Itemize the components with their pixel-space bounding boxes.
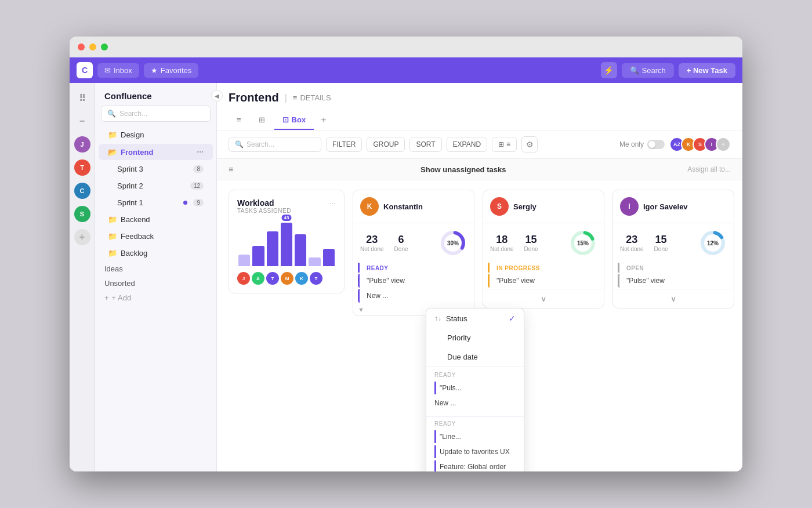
task-pulse-view[interactable]: "Puls... xyxy=(434,382,516,394)
igor-task-1[interactable]: "Pulse" view xyxy=(618,274,729,288)
wl-avatar-2[interactable]: A xyxy=(252,272,264,285)
konstantin-name: Konstantin xyxy=(383,202,423,211)
tab-board[interactable]: ⊞ xyxy=(251,111,273,130)
sidebar-search[interactable]: 🔍 Search... xyxy=(101,106,211,122)
igor-status: OPEN xyxy=(618,263,734,273)
minimize-button[interactable] xyxy=(89,43,96,50)
sidebar: Confluence 🔍 Search... 📁 Design 📂 Fronte… xyxy=(95,83,217,471)
sort-by-due-date[interactable]: Due date xyxy=(426,347,524,367)
sidebar-item-design[interactable]: 📁 Design xyxy=(99,127,213,143)
sidebar-item-sprint2[interactable]: Sprint 2 12 xyxy=(99,178,213,194)
sidebar-label-design: Design xyxy=(121,130,144,139)
sprint1-dot xyxy=(183,201,187,205)
bar-col-7 xyxy=(323,249,335,266)
wl-avatar-3[interactable]: T xyxy=(266,272,279,285)
search-button[interactable]: 🔍 Search xyxy=(622,63,674,78)
new-task-button[interactable]: + New Task xyxy=(679,63,735,78)
sidebar-item-frontend[interactable]: 📂 Frontend ··· xyxy=(99,144,213,160)
details-button[interactable]: ≡ DETAILS xyxy=(293,93,331,102)
sergiy-not-done: 18 Not done xyxy=(490,234,514,252)
user-j-avatar[interactable]: J xyxy=(74,136,90,153)
lightning-button[interactable]: ⚡ xyxy=(601,62,617,78)
sidebar-item-ideas[interactable]: Ideas xyxy=(95,262,216,276)
sergiy-expand-button[interactable]: ∨ xyxy=(541,294,546,303)
igor-stats: 23 Not done 15 Done 12% xyxy=(613,223,734,263)
person-card-konstantin: K Konstantin 23 Not done 6 Done xyxy=(353,190,474,316)
me-only-switch[interactable] xyxy=(647,140,665,149)
favorites-button[interactable]: ★ Favorites xyxy=(144,63,198,78)
sort-by-priority[interactable]: Priority xyxy=(426,328,524,347)
group-button[interactable]: GROUP xyxy=(367,137,405,152)
task-line[interactable]: "Line... xyxy=(434,430,516,443)
grid-icon[interactable]: ⠿ xyxy=(74,90,90,106)
hamburger-icon: ≡ xyxy=(229,165,233,174)
sidebar-item-feedback[interactable]: 📁 Feedback xyxy=(99,228,213,244)
search-input[interactable]: 🔍 Search... xyxy=(229,137,321,152)
user-t-avatar[interactable]: T xyxy=(74,159,90,176)
tab-box[interactable]: ⊡ Box xyxy=(274,111,314,130)
konstantin-task-1[interactable]: "Pulse" view xyxy=(358,274,469,288)
wl-avatar-1[interactable]: J xyxy=(237,272,250,285)
wl-avatar-4[interactable]: M xyxy=(281,272,293,285)
maximize-button[interactable] xyxy=(101,43,108,50)
sidebar-item-backlog[interactable]: 📁 Backlog xyxy=(99,245,213,261)
wl-avatar-6[interactable]: T xyxy=(310,272,322,285)
view-toggle-button[interactable]: ⊞ ≡ xyxy=(492,137,517,152)
igor-donut: 12% xyxy=(699,229,727,257)
igor-percent: 12% xyxy=(707,240,719,246)
toolbar: 🔍 Search... FILTER GROUP SORT EXPAND ⊞ ≡… xyxy=(217,130,742,159)
settings-button[interactable]: ⚙ xyxy=(521,136,538,153)
tab-list[interactable]: ≡ xyxy=(229,111,249,130)
filter-button[interactable]: FILTER xyxy=(326,137,362,152)
sidebar-item-sprint1[interactable]: Sprint 1 9 xyxy=(99,195,213,211)
sidebar-collapse-button[interactable]: ◀ xyxy=(211,90,223,101)
sort-button[interactable]: SORT xyxy=(409,137,441,152)
close-button[interactable] xyxy=(78,43,85,50)
sergiy-task-1[interactable]: "Pulse" view xyxy=(488,274,599,288)
collapse-icon[interactable]: − xyxy=(74,113,90,129)
board: Workload TASKS ASSIGNED ··· xyxy=(217,180,742,471)
add-list-button[interactable]: + + Add xyxy=(95,291,216,305)
sidebar-label-sprint1: Sprint 1 xyxy=(117,198,143,207)
avatar-more[interactable]: + xyxy=(716,137,731,152)
konstantin-status: READY xyxy=(358,263,474,273)
add-view-button[interactable]: + xyxy=(315,110,332,130)
task-new[interactable]: New ... xyxy=(434,397,516,409)
sort-arrows-icon: ↑↓ xyxy=(434,314,441,322)
konstantin-task-2[interactable]: New ... xyxy=(358,289,469,303)
app-logo[interactable]: C xyxy=(77,62,93,78)
sergiy-percent: 15% xyxy=(577,240,589,246)
bar-1 xyxy=(238,255,250,266)
igor-expand-button[interactable]: ∨ xyxy=(670,294,676,303)
folder-icon-backlog: 📁 xyxy=(108,249,117,257)
more-options-icon[interactable]: ··· xyxy=(197,147,204,157)
sorted-tasks-section: READY "Puls... New ... xyxy=(426,367,524,416)
sidebar-item-unsorted[interactable]: Unsorted xyxy=(95,276,216,291)
sprint3-badge: 8 xyxy=(193,165,204,173)
bar-col-2 xyxy=(252,246,264,266)
task-update-favorites[interactable]: Update to favorites UX xyxy=(434,445,516,458)
bar-col-4: 43 xyxy=(281,223,292,266)
task-feature-global[interactable]: Feature: Global order xyxy=(434,460,516,471)
expand-button[interactable]: EXPAND xyxy=(447,137,487,152)
sprint2-badge: 12 xyxy=(190,182,204,190)
bar-7 xyxy=(323,249,335,266)
sort-by-status[interactable]: ↑↓ Status ✓ xyxy=(426,309,524,328)
bar-col-3 xyxy=(267,231,278,266)
inbox-button[interactable]: ✉ Inbox xyxy=(97,63,139,78)
bar-col-5 xyxy=(295,234,306,266)
checkmark-icon: ✓ xyxy=(509,314,516,323)
bar-3 xyxy=(267,231,278,266)
konstantin-stats: 23 Not done 6 Done 30% xyxy=(353,223,474,263)
sidebar-item-backend[interactable]: 📁 Backend xyxy=(99,212,213,227)
workload-more-icon[interactable]: ··· xyxy=(329,198,336,208)
add-workspace-button[interactable]: + xyxy=(74,229,90,245)
user-s-avatar[interactable]: S xyxy=(74,206,90,222)
wl-avatar-5[interactable]: K xyxy=(295,272,308,285)
konstantin-not-done: 23 Not done xyxy=(360,234,384,252)
sidebar-item-sprint3[interactable]: Sprint 3 8 xyxy=(99,161,213,177)
user-c-avatar[interactable]: C xyxy=(74,183,90,199)
assign-all-button[interactable]: Assign all to... xyxy=(687,165,731,173)
igor-avatar: I xyxy=(620,197,639,216)
star-icon: ★ xyxy=(151,66,158,75)
